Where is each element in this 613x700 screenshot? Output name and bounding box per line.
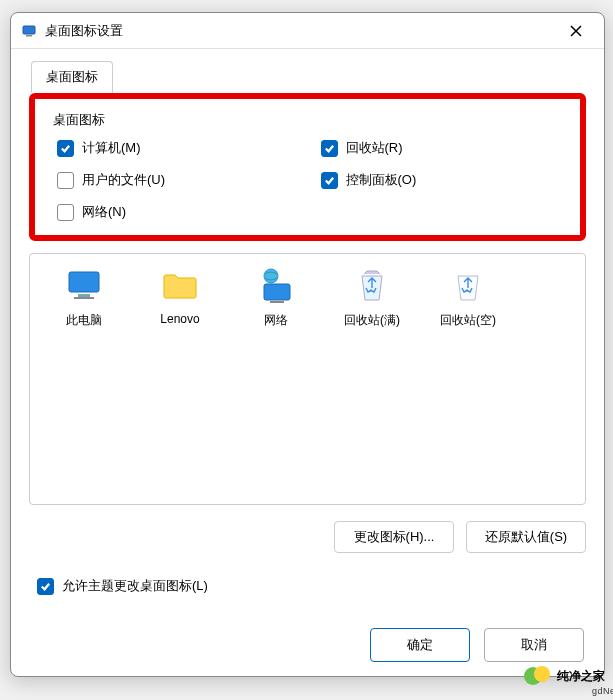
checkbox-box	[321, 140, 338, 157]
highlighted-group: 桌面图标 计算机(M) 回收站(R) 用户的文件(U) 控制面板(O)	[29, 93, 586, 241]
checkbox-recycle[interactable]: 回收站(R)	[321, 139, 567, 157]
desktop-icon-settings-window: 桌面图标设置 桌面图标 桌面图标 计算机(M) 回收站(R) 用户的文件(U	[10, 12, 605, 677]
svg-rect-6	[264, 284, 290, 300]
svg-point-5	[264, 269, 278, 283]
icon-preview-panel: 此电脑 Lenovo 网络 回收站(满)	[29, 253, 586, 505]
svg-rect-3	[78, 294, 90, 297]
checkbox-label: 允许主题更改桌面图标(L)	[62, 577, 208, 595]
svg-rect-4	[74, 297, 94, 299]
network-icon	[256, 266, 296, 306]
checkbox-label: 控制面板(O)	[346, 171, 417, 189]
tab-desktop-icons[interactable]: 桌面图标	[31, 61, 113, 93]
window-title: 桌面图标设置	[45, 22, 556, 40]
checkbox-label: 计算机(M)	[82, 139, 141, 157]
icon-label: 此电脑	[66, 312, 102, 329]
dialog-content: 桌面图标 计算机(M) 回收站(R) 用户的文件(U) 控制面板(O)	[11, 93, 604, 613]
titlebar: 桌面图标设置	[11, 13, 604, 49]
checkbox-label: 回收站(R)	[346, 139, 403, 157]
restore-default-button[interactable]: 还原默认值(S)	[466, 521, 586, 553]
checkbox-grid: 计算机(M) 回收站(R) 用户的文件(U) 控制面板(O) 网络(N)	[49, 139, 566, 225]
svg-rect-1	[26, 35, 32, 37]
recycle-empty-icon	[448, 266, 488, 306]
checkbox-box	[57, 172, 74, 189]
watermark-icon	[523, 662, 551, 690]
dialog-buttons: 确定 取消	[370, 628, 584, 662]
checkbox-label: 网络(N)	[82, 203, 126, 221]
allow-theme-checkbox[interactable]: 允许主题更改桌面图标(L)	[29, 577, 586, 595]
icon-label: 回收站(满)	[344, 312, 400, 329]
svg-rect-2	[69, 272, 99, 292]
checkbox-box	[57, 140, 74, 157]
icon-lenovo-folder[interactable]: Lenovo	[134, 262, 226, 330]
icon-recycle-empty[interactable]: 回收站(空)	[422, 262, 514, 333]
watermark-text: 纯净之家	[557, 669, 605, 683]
checkbox-box	[57, 204, 74, 221]
tabstrip: 桌面图标	[11, 49, 604, 94]
folder-icon	[160, 266, 200, 306]
checkbox-box	[37, 578, 54, 595]
checkbox-box	[321, 172, 338, 189]
monitor-icon	[64, 266, 104, 306]
app-icon	[21, 23, 37, 39]
watermark: 纯净之家 gdNet.com	[523, 662, 605, 690]
close-button[interactable]	[556, 16, 596, 46]
icon-recycle-full[interactable]: 回收站(满)	[326, 262, 418, 333]
checkbox-computer[interactable]: 计算机(M)	[57, 139, 303, 157]
svg-rect-0	[23, 26, 35, 34]
icon-this-pc[interactable]: 此电脑	[38, 262, 130, 333]
checkbox-cpanel[interactable]: 控制面板(O)	[321, 171, 567, 189]
group-title: 桌面图标	[53, 111, 566, 129]
checkbox-userfiles[interactable]: 用户的文件(U)	[57, 171, 303, 189]
checkbox-label: 用户的文件(U)	[82, 171, 165, 189]
svg-rect-7	[270, 301, 284, 303]
icon-buttons-row: 更改图标(H)... 还原默认值(S)	[29, 521, 586, 553]
icon-label: Lenovo	[160, 312, 199, 326]
ok-button[interactable]: 确定	[370, 628, 470, 662]
change-icon-button[interactable]: 更改图标(H)...	[334, 521, 454, 553]
watermark-subtext: gdNet.com	[592, 686, 613, 696]
icon-network[interactable]: 网络	[230, 262, 322, 333]
icon-label: 网络	[264, 312, 288, 329]
recycle-full-icon	[352, 266, 392, 306]
cancel-button[interactable]: 取消	[484, 628, 584, 662]
svg-point-9	[534, 666, 550, 682]
icon-label: 回收站(空)	[440, 312, 496, 329]
checkbox-network[interactable]: 网络(N)	[57, 203, 303, 221]
